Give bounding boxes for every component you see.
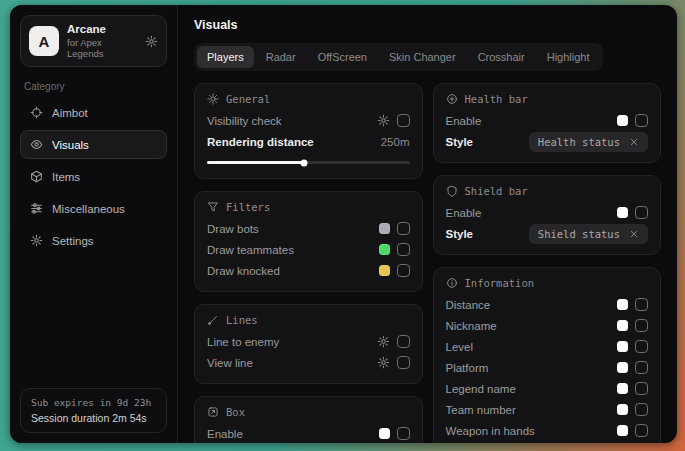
sidebar-item-label: Aimbot xyxy=(52,107,88,119)
card-information: InformationDistanceNicknameLevelPlatform… xyxy=(433,267,662,443)
setting-label: Enable xyxy=(446,207,618,219)
sidebar-item-settings[interactable]: Settings xyxy=(20,226,167,255)
color-swatch[interactable] xyxy=(379,265,390,276)
brand-card: A Arcane for Apex Legends xyxy=(20,15,167,67)
color-swatch[interactable] xyxy=(617,383,628,394)
row-controls xyxy=(377,114,410,127)
color-swatch[interactable] xyxy=(617,115,628,126)
color-swatch[interactable] xyxy=(617,320,628,331)
checkbox[interactable] xyxy=(635,319,648,332)
checkbox[interactable] xyxy=(635,206,648,219)
setting-row: Weapon in hands xyxy=(446,420,649,441)
card-lines: LinesLine to enemyView line xyxy=(194,304,423,384)
row-controls: 250m xyxy=(381,136,410,148)
checkbox[interactable] xyxy=(635,424,648,437)
color-swatch[interactable] xyxy=(379,244,390,255)
x-icon[interactable] xyxy=(629,229,639,239)
setting-row: Level xyxy=(446,336,649,357)
session-duration-text: Session duration 2m 54s xyxy=(31,412,156,424)
color-swatch[interactable] xyxy=(379,223,390,234)
gear-icon xyxy=(145,35,158,48)
setting-row: StyleHealth status xyxy=(446,131,649,152)
color-swatch[interactable] xyxy=(617,425,628,436)
row-controls xyxy=(379,243,410,256)
brand-settings-button[interactable] xyxy=(145,35,158,48)
info-icon xyxy=(446,277,458,289)
row-controls xyxy=(377,335,410,348)
gear-icon xyxy=(377,356,390,369)
card-header: Filters xyxy=(207,201,410,213)
checkbox[interactable] xyxy=(635,382,648,395)
card-title: Filters xyxy=(226,201,270,213)
card-title: Lines xyxy=(226,314,258,326)
sidebar-item-label: Visuals xyxy=(52,139,89,151)
x-icon[interactable] xyxy=(629,137,639,147)
setting-label: Style xyxy=(446,136,529,148)
color-swatch[interactable] xyxy=(617,299,628,310)
color-swatch[interactable] xyxy=(617,362,628,373)
tab-highlight[interactable]: Highlight xyxy=(537,46,600,68)
setting-label: Rendering distance xyxy=(207,136,381,148)
checkbox[interactable] xyxy=(397,264,410,277)
row-controls xyxy=(617,424,648,437)
setting-label: Nickname xyxy=(446,320,618,332)
checkbox[interactable] xyxy=(635,298,648,311)
gear-icon xyxy=(377,114,390,127)
distance-slider[interactable] xyxy=(207,161,410,164)
checkbox[interactable] xyxy=(397,356,410,369)
setting-row: Enable xyxy=(446,110,649,131)
value-readout: 250m xyxy=(381,136,410,148)
crosshair-icon xyxy=(30,106,43,119)
checkbox[interactable] xyxy=(397,114,410,127)
color-swatch[interactable] xyxy=(617,207,628,218)
slider-thumb[interactable] xyxy=(301,159,308,166)
setting-label: Legend name xyxy=(446,383,618,395)
setting-row: Rendering distance250m xyxy=(207,131,410,152)
tab-offscreen[interactable]: OffScreen xyxy=(308,46,377,68)
card-header: Lines xyxy=(207,314,410,326)
tab-skin-changer[interactable]: Skin Changer xyxy=(379,46,466,68)
setting-label: View line xyxy=(207,357,377,369)
category-label: Category xyxy=(24,81,163,92)
tab-crosshair[interactable]: Crosshair xyxy=(468,46,535,68)
card-header: Box xyxy=(207,406,410,418)
style-select[interactable]: Health status xyxy=(529,132,648,152)
color-swatch[interactable] xyxy=(617,404,628,415)
sidebar-item-aimbot[interactable]: Aimbot xyxy=(20,98,167,127)
row-controls xyxy=(377,356,410,369)
checkbox[interactable] xyxy=(635,361,648,374)
checkbox[interactable] xyxy=(635,340,648,353)
row-settings-button[interactable] xyxy=(377,114,390,127)
setting-label: Visibility check xyxy=(207,115,377,127)
setting-row: StyleShield status xyxy=(446,223,649,244)
row-settings-button[interactable] xyxy=(377,335,390,348)
color-swatch[interactable] xyxy=(617,341,628,352)
setting-row: Platform xyxy=(446,357,649,378)
tab-radar[interactable]: Radar xyxy=(256,46,306,68)
gear-icon xyxy=(377,335,390,348)
brand-text: Arcane for Apex Legends xyxy=(67,23,137,59)
shield-icon xyxy=(446,185,458,197)
color-swatch[interactable] xyxy=(379,428,390,439)
checkbox[interactable] xyxy=(397,243,410,256)
row-controls xyxy=(617,382,648,395)
sun-icon xyxy=(207,93,219,105)
checkbox[interactable] xyxy=(397,427,410,440)
gear-icon xyxy=(30,234,43,247)
setting-row: Legend name xyxy=(446,378,649,399)
setting-row: Distance xyxy=(446,294,649,315)
checkbox[interactable] xyxy=(397,222,410,235)
setting-label: Platform xyxy=(446,362,618,374)
checkbox[interactable] xyxy=(635,403,648,416)
setting-label: Draw knocked xyxy=(207,265,379,277)
checkbox[interactable] xyxy=(635,114,648,127)
setting-row: Draw teammates xyxy=(207,239,410,260)
tab-players[interactable]: Players xyxy=(197,46,254,68)
checkbox[interactable] xyxy=(397,335,410,348)
style-select[interactable]: Shield status xyxy=(529,224,648,244)
sidebar-item-visuals[interactable]: Visuals xyxy=(20,130,167,159)
sidebar-item-items[interactable]: Items xyxy=(20,162,167,191)
sidebar-item-miscellaneous[interactable]: Miscellaneous xyxy=(20,194,167,223)
app-logo: A xyxy=(29,26,59,56)
row-settings-button[interactable] xyxy=(377,356,390,369)
